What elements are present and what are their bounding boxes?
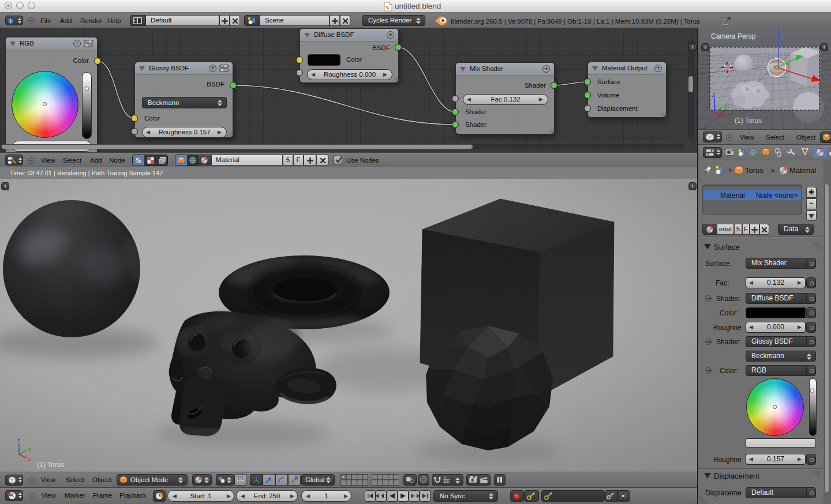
- svg-text:x: x: [28, 456, 31, 462]
- svg-text:y: y: [28, 446, 31, 452]
- svg-text:z: z: [712, 92, 715, 98]
- svg-text:x: x: [724, 113, 727, 119]
- svg-text:z: z: [17, 438, 20, 443]
- svg-text:Camera Persp: Camera Persp: [711, 32, 756, 40]
- svg-text:(1) Torus: (1) Torus: [37, 461, 64, 469]
- svg-text:i: i: [10, 18, 12, 24]
- svg-text:(1) Torus: (1) Torus: [735, 116, 762, 125]
- svg-text:y: y: [724, 103, 727, 110]
